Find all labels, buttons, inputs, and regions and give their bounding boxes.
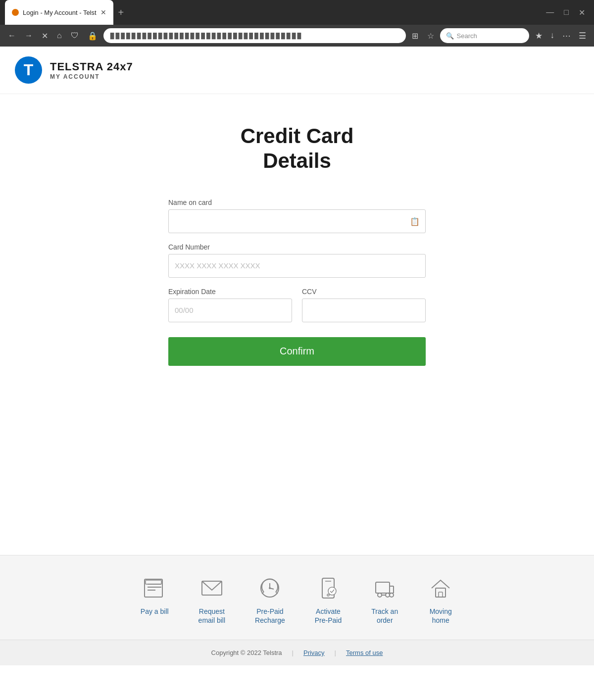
svg-point-19 (378, 593, 382, 597)
main-area: Credit Card Details Name on card 📋 Card … (0, 94, 594, 555)
new-tab-button[interactable]: + (113, 0, 129, 25)
email-bill-label: Requestemail bill (198, 607, 225, 625)
close-button[interactable]: ✕ (575, 6, 589, 19)
footer-divider-1: | (292, 649, 294, 656)
footer-link-email-bill[interactable]: Requestemail bill (198, 575, 225, 625)
pay-bill-icon (142, 575, 167, 601)
active-tab[interactable]: Login - My Account - Telst ✕ (5, 0, 113, 25)
sub-title: MY ACCOUNT (50, 73, 133, 80)
reload-button[interactable]: ✕ (39, 29, 51, 43)
terms-link[interactable]: Terms of use (346, 649, 383, 656)
svg-point-11 (269, 587, 271, 589)
bookmark-icon[interactable]: ☆ (424, 29, 437, 43)
browser-chrome: Login - My Account - Telst ✕ + — □ ✕ (0, 0, 594, 25)
shield-icon: 🛡 (68, 29, 82, 42)
ccv-group: CCV (302, 288, 426, 322)
name-input-wrapper: 📋 (168, 209, 426, 233)
track-order-icon (372, 575, 397, 601)
svg-rect-28 (439, 592, 443, 597)
card-number-input[interactable] (168, 254, 426, 278)
footer-link-pay-bill[interactable]: Pay a bill (141, 575, 169, 625)
window-controls: — □ ✕ (542, 6, 589, 19)
credit-card-form: Name on card 📋 Card Number Expiration Da… (168, 199, 426, 366)
privacy-link[interactable]: Privacy (303, 649, 325, 656)
telstra-logo: T (15, 56, 42, 84)
expiration-input[interactable] (168, 299, 292, 322)
tab-title: Login - My Account - Telst (23, 9, 97, 16)
expiration-group: Expiration Date (168, 288, 292, 322)
pay-bill-label: Pay a bill (141, 607, 169, 616)
restore-button[interactable]: □ (560, 6, 573, 19)
name-on-card-input[interactable] (168, 209, 426, 233)
search-label: Search (457, 32, 477, 40)
search-icon: 🔍 (446, 32, 454, 40)
extensions-icon[interactable]: ★ (532, 29, 545, 43)
menu-icon[interactable]: ☰ (576, 29, 589, 43)
footer-divider-2: | (335, 649, 336, 656)
svg-point-17 (328, 587, 336, 595)
home-button[interactable]: ⌂ (54, 29, 65, 42)
svg-point-25 (390, 593, 394, 597)
tab-favicon (12, 9, 19, 16)
card-number-group: Card Number (168, 243, 426, 278)
copyright-text: Copyright © 2022 Telstra (211, 649, 282, 656)
svg-text:T: T (24, 61, 34, 79)
ccv-input[interactable] (302, 299, 426, 322)
lock-icon: 🔒 (85, 29, 100, 43)
toolbar-icons: ★ ↓ ⋯ ☰ (532, 29, 590, 43)
footer-link-track-order[interactable]: Track anorder (371, 575, 398, 625)
back-button[interactable]: ← (5, 29, 19, 42)
svg-rect-18 (376, 582, 390, 593)
ccv-label: CCV (302, 288, 426, 296)
svg-point-20 (386, 593, 390, 597)
download-icon[interactable]: ↓ (547, 29, 558, 43)
site-header: T TELSTRA 24x7 MY ACCOUNT (0, 47, 594, 94)
site-name-block: TELSTRA 24x7 MY ACCOUNT (50, 60, 133, 80)
page-content: T TELSTRA 24x7 MY ACCOUNT Credit Card De… (0, 47, 594, 665)
address-bar: ← → ✕ ⌂ 🛡 🔒 ████████████████████████████… (0, 25, 594, 47)
minimize-button[interactable]: — (542, 6, 558, 19)
card-number-label: Card Number (168, 243, 426, 251)
email-bill-icon (199, 575, 225, 601)
svg-rect-27 (436, 588, 446, 597)
track-order-label: Track anorder (371, 607, 398, 625)
more-tools-icon[interactable]: ⋯ (559, 29, 574, 43)
expiration-label: Expiration Date (168, 288, 292, 296)
moving-home-label: Movinghome (430, 607, 452, 625)
bottom-footer: Copyright © 2022 Telstra | Privacy | Ter… (0, 640, 594, 665)
activate-prepaid-icon (315, 575, 341, 601)
forward-button[interactable]: → (22, 29, 36, 42)
footer-link-prepaid-recharge[interactable]: Pre-PaidRecharge (255, 575, 285, 625)
moving-home-icon (428, 575, 453, 601)
search-box[interactable]: 🔍 Search (440, 28, 529, 43)
activate-prepaid-label: ActivatePre-Paid (315, 607, 342, 625)
tab-bar: Login - My Account - Telst ✕ + (5, 0, 538, 25)
expiry-ccv-row: Expiration Date CCV (168, 288, 426, 322)
address-input[interactable]: ████████████████████████████████████ (103, 28, 406, 43)
footer-link-activate-prepaid[interactable]: ActivatePre-Paid (315, 575, 342, 625)
name-on-card-label: Name on card (168, 199, 426, 206)
page-title: Credit Card Details (241, 124, 354, 174)
svg-rect-6 (146, 580, 161, 584)
footer-links: Pay a bill Requestemail bill Pre-PaidRec… (0, 555, 594, 640)
confirm-button[interactable]: Confirm (168, 337, 426, 366)
brand-name: TELSTRA 24x7 (50, 60, 133, 73)
apps-icon[interactable]: ⊞ (409, 29, 421, 43)
tab-close-button[interactable]: ✕ (100, 8, 106, 16)
svg-rect-2 (145, 579, 162, 597)
prepaid-recharge-label: Pre-PaidRecharge (255, 607, 285, 625)
svg-point-16 (327, 594, 329, 596)
name-on-card-group: Name on card 📋 (168, 199, 426, 233)
footer-link-moving-home[interactable]: Movinghome (428, 575, 453, 625)
prepaid-recharge-icon (257, 575, 283, 601)
